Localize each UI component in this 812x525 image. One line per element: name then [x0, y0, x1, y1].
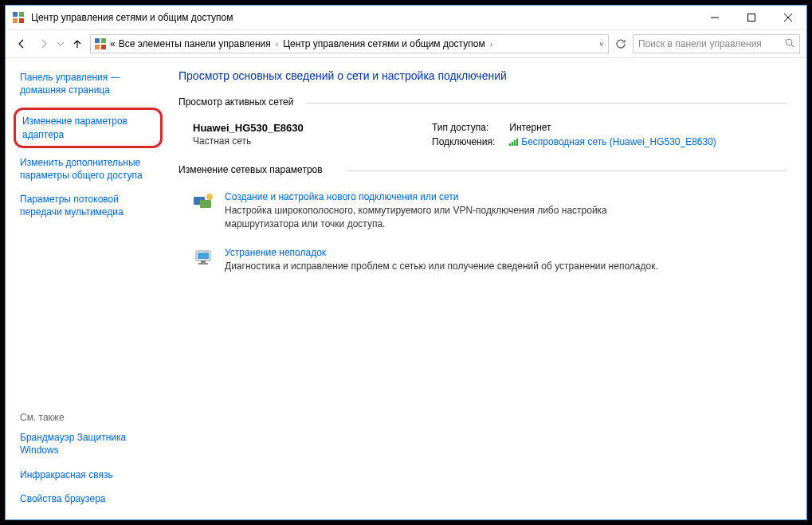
section-change-settings: Изменение сетевых параметров [178, 164, 323, 175]
search-icon [785, 38, 794, 50]
network-center-window: Центр управления сетями и общим доступом… [5, 5, 807, 520]
svg-rect-10 [95, 45, 100, 49]
access-type-value: Интернет [509, 122, 716, 133]
main-content: Просмотр основных сведений о сети и наст… [169, 58, 806, 519]
sidebar-home-link[interactable]: Панель управления — домашняя страница [20, 71, 159, 96]
svg-point-12 [786, 39, 792, 45]
app-icon [12, 11, 25, 24]
svg-rect-15 [200, 200, 211, 208]
option-new-connection[interactable]: Создание и настройка нового подключения … [178, 186, 787, 242]
breadcrumb-dropdown[interactable]: v [598, 40, 606, 48]
maximize-button[interactable] [733, 6, 770, 29]
option-troubleshoot[interactable]: Устранение неполадок Диагностика и испра… [178, 242, 787, 284]
titlebar: Центр управления сетями и общим доступом [6, 6, 806, 29]
back-button[interactable] [12, 34, 31, 53]
connection-link[interactable]: Беспроводная сеть (Huawei_HG530_E8630) [509, 136, 716, 147]
sidebar-advanced-sharing-link[interactable]: Изменить дополнительные параметры общего… [20, 156, 159, 182]
svg-rect-19 [201, 261, 206, 263]
navbar: « Все элементы панели управления › Центр… [6, 29, 806, 58]
option-new-connection-desc: Настройка широкополосного, коммутируемог… [225, 204, 671, 231]
window-controls [696, 6, 806, 29]
svg-rect-8 [95, 38, 100, 43]
troubleshoot-icon [193, 247, 215, 269]
sidebar: Панель управления — домашняя страница Из… [6, 58, 169, 519]
connections-label: Подключения: [432, 136, 495, 148]
control-panel-icon [94, 37, 107, 50]
access-type-label: Тип доступа: [432, 122, 495, 133]
sidebar-adapter-settings-link[interactable]: Изменение параметров адаптера [14, 108, 163, 147]
up-button[interactable] [68, 34, 87, 53]
sidebar-browser-props-link[interactable]: Свойства браузера [20, 492, 159, 505]
window-title: Центр управления сетями и общим доступом [31, 12, 696, 23]
chevron-right-icon[interactable]: › [274, 40, 280, 49]
wifi-signal-icon [509, 138, 518, 146]
page-heading: Просмотр основных сведений о сети и наст… [178, 69, 787, 82]
new-connection-icon [193, 191, 215, 214]
active-network-row: Huawei_HG530_E8630 Частная сеть Тип дост… [178, 119, 787, 164]
search-box[interactable] [633, 34, 800, 53]
breadcrumb-seg-network-center[interactable]: Центр управления сетями и общим доступом [283, 38, 485, 49]
svg-rect-0 [13, 12, 18, 17]
svg-rect-18 [198, 253, 209, 259]
sidebar-firewall-link[interactable]: Брандмауэр Защитника Windows [20, 431, 159, 456]
search-input[interactable] [638, 38, 780, 49]
minimize-button[interactable] [696, 6, 733, 29]
forward-button[interactable] [34, 34, 53, 53]
network-name: Huawei_HG530_E8630 [193, 122, 400, 134]
breadcrumb[interactable]: « Все элементы панели управления › Центр… [90, 34, 609, 53]
refresh-button[interactable] [612, 35, 630, 53]
breadcrumb-prefix[interactable]: « [110, 38, 116, 49]
section-active-networks: Просмотр активных сетей [178, 96, 293, 108]
svg-rect-1 [19, 12, 24, 17]
svg-rect-3 [19, 18, 24, 23]
sidebar-infrared-link[interactable]: Инфракрасная связь [20, 468, 159, 481]
option-new-connection-title: Создание и настройка нового подключения … [225, 191, 671, 202]
svg-point-16 [206, 194, 213, 200]
breadcrumb-seg-control-panel[interactable]: Все элементы панели управления [119, 38, 271, 49]
sidebar-see-also-heading: См. также [20, 412, 159, 423]
sidebar-media-streaming-link[interactable]: Параметры потоковой передачи мультимедиа [20, 193, 159, 218]
svg-rect-9 [101, 38, 106, 43]
option-troubleshoot-title: Устранение неполадок [225, 247, 658, 258]
svg-rect-5 [748, 14, 755, 22]
connection-name: Беспроводная сеть (Huawei_HG530_E8630) [521, 136, 716, 147]
svg-rect-2 [13, 18, 18, 23]
option-troubleshoot-desc: Диагностика и исправление проблем с сеть… [225, 260, 658, 273]
close-button[interactable] [770, 6, 806, 29]
history-dropdown[interactable] [57, 38, 65, 49]
svg-rect-20 [198, 263, 208, 264]
svg-rect-11 [101, 45, 106, 49]
svg-line-13 [791, 45, 794, 47]
network-type: Частная сеть [193, 135, 400, 147]
chevron-right-icon[interactable]: › [488, 40, 494, 49]
